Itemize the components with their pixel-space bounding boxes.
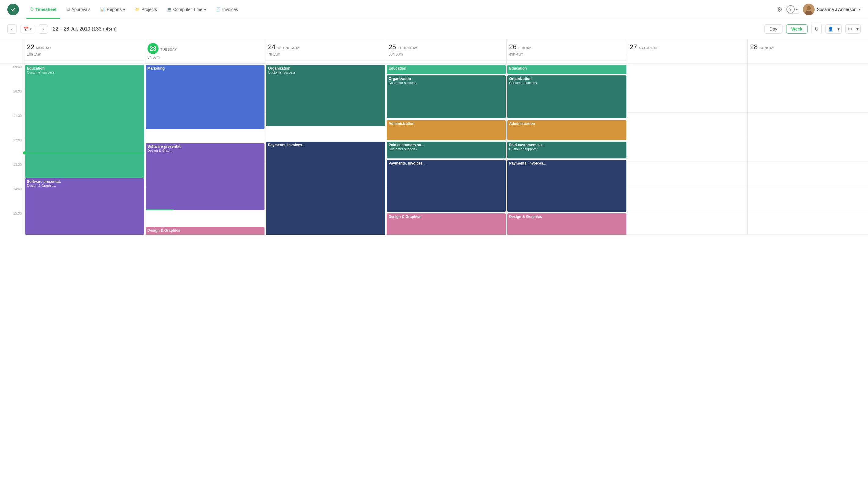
day-num-wed: 24	[268, 43, 275, 51]
day-num-mon: 22	[27, 43, 34, 51]
start-timer-badge[interactable]: START TIMER ▶	[146, 209, 174, 210]
day-name-fri: FRIDAY	[518, 46, 531, 50]
day-name-mon: MONDAY	[36, 46, 51, 50]
next-week-button[interactable]: ›	[39, 24, 48, 34]
person-chevron-icon: ▾	[836, 26, 842, 32]
day-num-sun: 28	[750, 43, 757, 51]
day-name-wed: WEDNESDAY	[277, 46, 300, 50]
help-icon: ?	[787, 5, 795, 13]
day-name-tue: TUESDAY	[160, 48, 177, 51]
events-col-tue[interactable]: Marketing Software presentat. Design & G…	[145, 64, 266, 235]
person-filter-button[interactable]: 👤 ▾	[825, 24, 842, 34]
event-tue-design[interactable]: Design & Graphics	[146, 227, 265, 235]
day-header-tue: 23 TUESDAY 8h 00m	[145, 39, 266, 64]
avatar	[803, 4, 814, 15]
day-col-fri: 26 FRIDAY 49h 45m	[507, 39, 627, 64]
app-logo[interactable]	[7, 4, 19, 15]
events-col-thu[interactable]: Education Organization Customer success …	[386, 64, 507, 235]
help-button[interactable]: ? ▾	[786, 5, 799, 14]
event-mon-software1[interactable]: Software presentat. Design & Graphic...	[25, 178, 144, 235]
prev-week-button[interactable]: ‹	[7, 24, 16, 34]
day-total-mon: 10h 15m	[27, 52, 142, 56]
events-col-sat[interactable]	[627, 64, 748, 235]
nav-invoices[interactable]: 🧾 Invoices	[212, 6, 241, 13]
nav-approvals[interactable]: ☑ Approvals	[63, 6, 94, 13]
calendar-icon: 📅	[23, 26, 29, 32]
day-col-thu: 25 THURSDAY 58h 30m	[386, 39, 507, 64]
nav-computer-time[interactable]: 💻 Computer Time ▾	[163, 6, 210, 13]
settings-chevron-icon: ▾	[855, 26, 860, 32]
event-thu-payments[interactable]: Payments, invoices...	[387, 160, 506, 212]
day-total-fri: 49h 45m	[509, 52, 624, 56]
day-total-thu: 58h 30m	[388, 52, 504, 56]
event-fri-organization[interactable]: Organization Customer success	[507, 76, 627, 118]
day-view-button[interactable]: Day	[765, 24, 782, 34]
day-header-fri: 26 FRIDAY 49h 45m	[507, 39, 627, 60]
event-wed-organization[interactable]: Organization Customer success	[266, 65, 385, 126]
reports-chevron-icon: ▾	[123, 7, 125, 12]
event-fri-administration[interactable]: Administration	[507, 120, 627, 140]
event-fri-design[interactable]: Design & Graphics	[507, 213, 627, 235]
day-num-sat: 27	[630, 43, 637, 51]
time-slot-15: 15:00	[0, 210, 24, 235]
calendar: 22 MONDAY 10h 15m 23 TUESDAY 8h 00m 24 W…	[0, 39, 868, 235]
navbar: ⏱ Timesheet ☑ Approvals 📊 Reports ▾ 📁 Pr…	[0, 0, 868, 19]
computer-time-chevron-icon: ▾	[204, 7, 206, 12]
date-picker-button[interactable]: 📅 ▾	[20, 25, 35, 33]
event-mon-education[interactable]: Education Customer success	[25, 65, 144, 178]
invoices-icon: 🧾	[216, 7, 221, 12]
approvals-icon: ☑	[66, 7, 70, 12]
event-fri-payments[interactable]: Payments, invoices...	[507, 160, 627, 212]
reports-icon: 📊	[100, 7, 105, 12]
day-col-sun: 28 SUNDAY	[748, 39, 868, 64]
day-header-sat: 27 SATURDAY	[627, 39, 748, 56]
settings-icon[interactable]: ⚙	[777, 6, 782, 13]
event-wed-payments[interactable]: Payments, invoices...	[266, 141, 385, 235]
calendar-chevron-icon: ▾	[30, 27, 32, 31]
events-col-mon[interactable]: Education Customer success Software pres…	[24, 64, 145, 235]
day-num-tue: 23	[147, 43, 158, 54]
events-col-sun[interactable]	[748, 64, 868, 235]
day-header-wed: 24 WEDNESDAY 7h 15m	[266, 39, 386, 60]
event-fri-paid[interactable]: Paid customers su... Customer support /	[507, 141, 627, 158]
refresh-icon: ↻	[814, 26, 819, 32]
projects-icon: 📁	[135, 7, 140, 12]
time-slot-11: 11:00	[0, 113, 24, 137]
day-name-thu: THURSDAY	[398, 46, 417, 50]
event-thu-organization[interactable]: Organization Customer success	[387, 76, 506, 118]
calendar-body: 09:00 10:00 11:00 12:00 13:00 14:00 15:0…	[0, 64, 868, 235]
time-slot-12: 12:00	[0, 137, 24, 161]
event-tue-marketing[interactable]: Marketing	[146, 65, 265, 129]
computer-time-icon: 💻	[167, 7, 172, 12]
user-chevron-icon: ▾	[859, 7, 861, 12]
day-col-sat: 27 SATURDAY	[627, 39, 748, 64]
nav-reports[interactable]: 📊 Reports ▾	[97, 6, 129, 13]
events-col-wed[interactable]: Organization Customer success Payments, …	[266, 64, 386, 235]
event-thu-education-top[interactable]: Education	[387, 65, 506, 74]
day-num-thu: 25	[388, 43, 396, 51]
refresh-button[interactable]: ↻	[811, 24, 822, 34]
event-thu-administration[interactable]: Administration	[387, 120, 506, 140]
user-profile[interactable]: Susanne J Anderson ▾	[803, 4, 861, 15]
day-header-sun: 28 SUNDAY	[748, 39, 868, 56]
events-col-fri[interactable]: Education Organization Customer success …	[507, 64, 627, 235]
day-header-mon: 22 MONDAY 10h 15m	[24, 39, 145, 60]
day-total-wed: 7h 15m	[268, 52, 383, 56]
nav-timesheet[interactable]: ⏱ Timesheet	[26, 6, 60, 13]
day-col-wed: 24 WEDNESDAY 7h 15m	[266, 39, 386, 64]
event-thu-design[interactable]: Design & Graphics	[387, 213, 506, 235]
day-col-tue: 23 TUESDAY 8h 00m	[145, 39, 266, 64]
event-thu-paid[interactable]: Paid customers su... Customer support /	[387, 141, 506, 158]
nav-projects[interactable]: 📁 Projects	[131, 6, 161, 13]
event-fri-education-top[interactable]: Education	[507, 65, 627, 74]
event-tue-software[interactable]: Software presentat. Design & Grap... STA…	[146, 143, 265, 210]
day-num-fri: 26	[509, 43, 517, 51]
week-view-button[interactable]: Week	[786, 24, 808, 34]
avatar-image	[803, 4, 814, 15]
svg-point-0	[10, 7, 16, 12]
settings-filter-button[interactable]: ⚙ ▾	[845, 24, 861, 34]
time-slot-13: 13:00	[0, 161, 24, 186]
time-slot-09: 09:00	[0, 64, 24, 88]
day-name-sun: SUNDAY	[759, 46, 774, 50]
day-header-thu: 25 THURSDAY 58h 30m	[386, 39, 506, 60]
